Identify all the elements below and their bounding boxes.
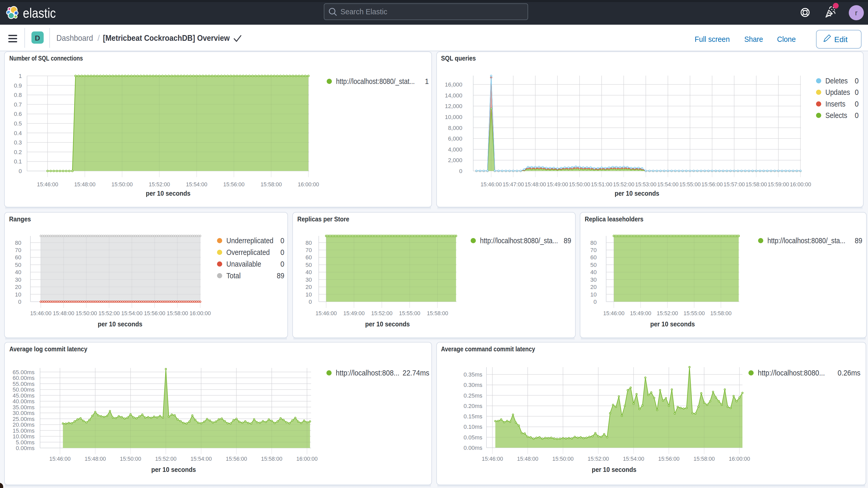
- svg-text:Average command commit latency: Average command commit latency: [441, 345, 535, 353]
- svg-text:/: /: [97, 33, 100, 42]
- svg-text:4,000: 4,000: [448, 146, 462, 153]
- svg-text:Ranges: Ranges: [9, 215, 31, 223]
- svg-text:30: 30: [15, 276, 21, 283]
- svg-text:89: 89: [564, 236, 571, 245]
- svg-text:60.00ms: 60.00ms: [13, 375, 35, 381]
- svg-text:elastic: elastic: [23, 5, 56, 21]
- svg-text:D: D: [35, 34, 40, 42]
- svg-text:0: 0: [280, 236, 284, 245]
- svg-text:15:50:00: 15:50:00: [112, 181, 133, 188]
- svg-text:0: 0: [309, 299, 312, 305]
- svg-text:89: 89: [855, 236, 862, 245]
- svg-text:Edit: Edit: [834, 35, 848, 44]
- svg-text:1: 1: [425, 77, 429, 86]
- svg-text:8,000: 8,000: [448, 125, 462, 131]
- svg-text:Selects: Selects: [826, 111, 847, 120]
- svg-text:0: 0: [594, 299, 597, 305]
- svg-text:Inserts: Inserts: [826, 99, 845, 108]
- svg-text:15:56:00: 15:56:00: [702, 181, 723, 188]
- svg-text:Clone: Clone: [777, 35, 796, 43]
- svg-text:15:54:00: 15:54:00: [657, 181, 679, 188]
- svg-text:15:52:00: 15:52:00: [588, 456, 609, 462]
- svg-text:55.00ms: 55.00ms: [13, 381, 35, 387]
- svg-text:22.74ms: 22.74ms: [403, 368, 429, 377]
- svg-text:0.26ms: 0.26ms: [838, 368, 861, 377]
- svg-text:60: 60: [590, 254, 597, 261]
- svg-text:15.00ms: 15.00ms: [13, 427, 35, 434]
- svg-text:45.00ms: 45.00ms: [13, 392, 35, 399]
- svg-text:SQL queries: SQL queries: [441, 55, 476, 62]
- svg-text:15:48:00: 15:48:00: [517, 456, 538, 462]
- svg-text:15:58:00: 15:58:00: [167, 310, 188, 316]
- svg-text:15:52:00: 15:52:00: [371, 310, 393, 316]
- svg-text:0.8: 0.8: [14, 92, 22, 98]
- svg-text:16:00:00: 16:00:00: [189, 310, 211, 316]
- svg-text:25.00ms: 25.00ms: [13, 416, 35, 422]
- svg-text:15:48:00: 15:48:00: [525, 181, 546, 188]
- svg-text:0.5: 0.5: [14, 120, 22, 127]
- svg-text:60: 60: [15, 254, 21, 261]
- svg-text:15:58:00: 15:58:00: [693, 456, 715, 462]
- svg-text:15:52:00: 15:52:00: [613, 181, 634, 188]
- svg-text:15:52:00: 15:52:00: [657, 310, 678, 316]
- svg-text:0.1: 0.1: [14, 158, 22, 165]
- svg-text:15:50:00: 15:50:00: [569, 181, 590, 188]
- svg-text:15:46:00: 15:46:00: [603, 310, 624, 316]
- svg-text:16:00:00: 16:00:00: [296, 456, 317, 462]
- svg-text:65.00ms: 65.00ms: [13, 369, 35, 375]
- svg-text:0.05ms: 0.05ms: [464, 434, 482, 441]
- svg-text:[Metricbeat CockroachDB] Overv: [Metricbeat CockroachDB] Overview: [103, 33, 230, 42]
- svg-text:70: 70: [15, 247, 21, 253]
- svg-text:15:46:00: 15:46:00: [315, 310, 337, 316]
- svg-text:http://localhost:8080/_stat...: http://localhost:8080/_stat...: [336, 77, 415, 86]
- svg-text:Total: Total: [226, 271, 241, 280]
- svg-text:Average log commit latency: Average log commit latency: [9, 345, 87, 353]
- svg-text:per 10 seconds: per 10 seconds: [592, 466, 637, 473]
- svg-text:60: 60: [306, 254, 312, 261]
- svg-text:15:52:00: 15:52:00: [98, 310, 120, 316]
- svg-text:0.6: 0.6: [14, 111, 22, 117]
- svg-text:0: 0: [855, 77, 859, 85]
- svg-text:15:49:00: 15:49:00: [547, 181, 568, 188]
- svg-text:Replicas per Store: Replicas per Store: [297, 215, 349, 223]
- svg-text:http://localhost:8080/_sta...: http://localhost:8080/_sta...: [480, 236, 558, 245]
- svg-text:50.00ms: 50.00ms: [13, 387, 35, 393]
- svg-text:80: 80: [306, 240, 312, 246]
- svg-text:15:46:00: 15:46:00: [50, 456, 71, 462]
- svg-text:0.9: 0.9: [14, 82, 22, 89]
- svg-text:Updates: Updates: [826, 88, 850, 96]
- svg-text:30.00ms: 30.00ms: [13, 410, 35, 416]
- svg-text:per 10 seconds: per 10 seconds: [146, 190, 190, 197]
- svg-text:50: 50: [15, 262, 21, 268]
- svg-text:Share: Share: [744, 35, 763, 43]
- svg-text:15:54:00: 15:54:00: [186, 181, 207, 188]
- svg-text:15:59:00: 15:59:00: [768, 181, 789, 188]
- svg-text:1: 1: [19, 73, 22, 79]
- svg-text:0.3: 0.3: [14, 139, 22, 146]
- svg-text:5.00ms: 5.00ms: [16, 439, 35, 446]
- svg-text:0.25ms: 0.25ms: [464, 392, 482, 399]
- svg-text:Full screen: Full screen: [695, 35, 730, 43]
- svg-text:20.00ms: 20.00ms: [13, 422, 35, 428]
- svg-text:15:46:00: 15:46:00: [482, 456, 503, 462]
- svg-text:16:00:00: 16:00:00: [729, 456, 750, 462]
- svg-text:http://localhost:808...: http://localhost:808...: [336, 368, 399, 377]
- svg-text:15:50:00: 15:50:00: [75, 310, 97, 316]
- svg-text:15:58:00: 15:58:00: [260, 181, 282, 188]
- svg-text:0.35ms: 0.35ms: [464, 371, 482, 378]
- svg-text:15:54:00: 15:54:00: [190, 456, 212, 462]
- svg-text:15:55:00: 15:55:00: [679, 181, 701, 188]
- svg-text:15:58:00: 15:58:00: [261, 456, 282, 462]
- svg-text:15:57:00: 15:57:00: [723, 181, 745, 188]
- svg-text:15:49:00: 15:49:00: [630, 310, 651, 316]
- svg-text:40.00ms: 40.00ms: [13, 398, 35, 404]
- svg-text:0.30ms: 0.30ms: [464, 382, 482, 388]
- svg-text:15:53:00: 15:53:00: [635, 181, 656, 188]
- svg-text:per 10 seconds: per 10 seconds: [615, 190, 659, 197]
- svg-text:15:54:00: 15:54:00: [121, 310, 143, 316]
- svg-text:15:56:00: 15:56:00: [226, 456, 247, 462]
- svg-text:per 10 seconds: per 10 seconds: [98, 321, 143, 328]
- svg-text:15:49:00: 15:49:00: [343, 310, 365, 316]
- svg-text:15:46:00: 15:46:00: [37, 181, 58, 188]
- svg-text:15:58:00: 15:58:00: [746, 181, 767, 188]
